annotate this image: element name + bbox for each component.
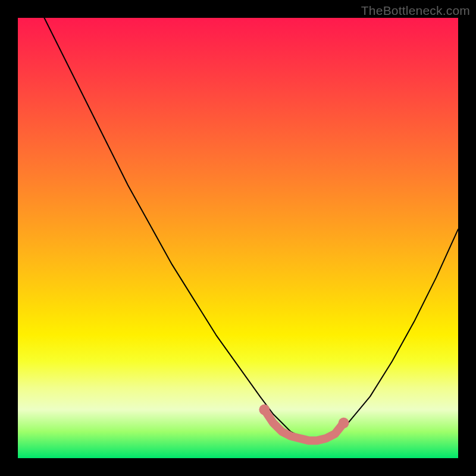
chart-plot-area [18, 18, 458, 458]
bottleneck-curve [44, 18, 458, 440]
svg-point-1 [339, 418, 349, 428]
chart-svg [18, 18, 458, 458]
chart-frame: TheBottleneck.com [0, 0, 476, 476]
watermark-text: TheBottleneck.com [361, 4, 470, 18]
svg-point-0 [259, 405, 270, 415]
marker-band [259, 405, 349, 441]
